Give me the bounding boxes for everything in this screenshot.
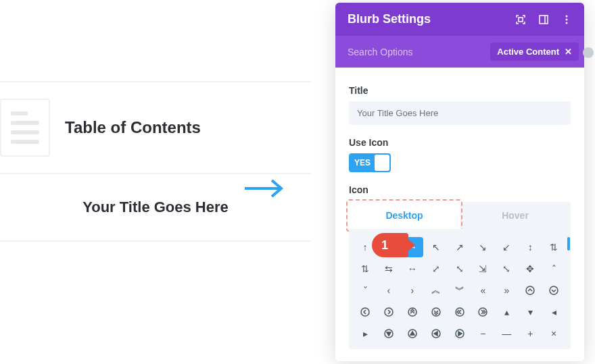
- use-icon-toggle[interactable]: YES: [349, 153, 391, 172]
- tutorial-callout: 1: [372, 233, 408, 257]
- icon-option-arrow-ne-thin[interactable]: ↖: [425, 237, 447, 257]
- svg-point-9: [361, 308, 369, 316]
- globe-icon[interactable]: [583, 47, 594, 58]
- icon-option-caret-up[interactable]: ˄: [543, 259, 565, 279]
- icon-option-plus[interactable]: +: [519, 323, 541, 344]
- icon-option-chev2-up[interactable]: ︽: [425, 280, 447, 301]
- icon-option-play-circ-down[interactable]: [378, 323, 400, 344]
- icon-option-swap-horiz[interactable]: ⇆: [378, 259, 400, 279]
- icon-option-move[interactable]: ✥: [519, 259, 541, 279]
- filter-chip-label: Active Content: [497, 47, 559, 57]
- icon-option-resize[interactable]: ↔: [402, 259, 423, 279]
- icon-option-arrow-sw[interactable]: ↙: [496, 237, 517, 257]
- icon-option-chevron-right[interactable]: ›: [402, 280, 423, 301]
- icon-option-expand-in[interactable]: ⇲: [472, 259, 494, 279]
- icon-option-circ2-down[interactable]: [425, 302, 447, 322]
- page-canvas: Table of Contents Your Title Goes Here: [0, 0, 338, 364]
- svg-marker-20: [434, 332, 437, 336]
- svg-point-4: [566, 15, 568, 17]
- icon-option-tri-right[interactable]: ▸: [354, 323, 376, 344]
- panel-body: Title Use Icon YES Icon Desktop Hover ↑→…: [335, 68, 584, 361]
- icon-option-circ-right[interactable]: [378, 302, 400, 322]
- svg-marker-18: [410, 332, 414, 335]
- panel-title: Blurb Settings: [348, 12, 431, 26]
- panel-header: Blurb Settings Active Content ✕: [335, 3, 584, 68]
- use-icon-label: Use Icon: [349, 137, 571, 148]
- icon-option-chevron-left[interactable]: ‹: [378, 280, 400, 301]
- toc-module[interactable]: Table of Contents: [0, 82, 311, 174]
- svg-marker-22: [458, 332, 462, 336]
- icon-option-play-circ-right[interactable]: [449, 323, 471, 344]
- toc-heading: Table of Contents: [65, 118, 201, 137]
- icon-option-tri-up[interactable]: ▴: [496, 302, 517, 322]
- toggle-knob: [375, 155, 389, 171]
- svg-point-8: [550, 286, 558, 294]
- icon-option-swap-vert[interactable]: ⇅: [543, 237, 565, 257]
- icon-option-circ2-up[interactable]: [402, 302, 423, 322]
- icon-option-circ2-left[interactable]: [449, 302, 471, 322]
- svg-point-7: [526, 286, 534, 294]
- icon-option-play-circ-up[interactable]: [402, 323, 423, 344]
- panel-actions: [515, 14, 572, 25]
- svg-point-6: [566, 22, 568, 24]
- toggle-label: YES: [350, 158, 371, 167]
- close-icon[interactable]: ✕: [565, 47, 572, 57]
- icon-option-caret-down[interactable]: ˅: [354, 280, 376, 301]
- icon-option-expand-ne[interactable]: ⤢: [425, 259, 447, 279]
- title-label: Title: [349, 85, 571, 96]
- icon-option-tri-left[interactable]: ◂: [543, 302, 565, 322]
- icon-option-line[interactable]: —: [496, 323, 517, 344]
- svg-marker-16: [387, 332, 391, 336]
- icon-option-expand-out[interactable]: ⤡: [449, 259, 471, 279]
- panel-search-row: Active Content ✕: [335, 36, 584, 68]
- callout-number: 1: [381, 238, 388, 253]
- icon-option-circ-left[interactable]: [354, 302, 376, 322]
- icon-option-close[interactable]: ×: [543, 323, 565, 344]
- icon-option-arrow-se[interactable]: ↘: [472, 237, 494, 257]
- icon-option-tri-down[interactable]: ▾: [519, 302, 541, 322]
- search-input[interactable]: [348, 47, 435, 57]
- svg-point-10: [385, 308, 393, 316]
- arrow-right-icon: [243, 177, 287, 203]
- tab-hover[interactable]: Hover: [460, 202, 571, 229]
- icon-picker: ↑→↖↗↘↙↕⇅⇅⇆↔⤢⤡⇲⤡✥˄˅‹›︽︾«»▴▾◂▸−—+× 1: [349, 229, 571, 349]
- icon-option-circ-up[interactable]: [519, 280, 541, 301]
- icon-option-circ-down[interactable]: [543, 280, 565, 301]
- filter-chip[interactable]: Active Content ✕: [490, 43, 579, 61]
- icon-option-chev2-down[interactable]: ︾: [449, 280, 471, 301]
- icon-option-minus[interactable]: −: [472, 323, 494, 344]
- settings-panel: Blurb Settings Active Content ✕ Title Us…: [335, 3, 584, 361]
- icon-option-chev2-right[interactable]: »: [496, 280, 517, 301]
- title-field[interactable]: [349, 101, 571, 125]
- tab-desktop[interactable]: Desktop: [349, 202, 460, 229]
- icon-option-chev2-left[interactable]: «: [472, 280, 494, 301]
- responsive-tabs: Desktop Hover: [349, 202, 571, 229]
- sidebar-icon[interactable]: [538, 14, 549, 25]
- icon-option-play-circ-left[interactable]: [425, 323, 447, 344]
- icon-option-expand-full[interactable]: ⤡: [496, 259, 517, 279]
- icon-label: Icon: [349, 184, 571, 195]
- icon-option-arrow-ne[interactable]: ↗: [449, 237, 471, 257]
- icon-option-arrow-updown[interactable]: ↕: [519, 237, 541, 257]
- more-icon[interactable]: [561, 14, 572, 25]
- scrollbar[interactable]: [567, 237, 570, 251]
- icon-option-circ2-right[interactable]: [472, 302, 494, 322]
- document-icon: [0, 99, 50, 157]
- svg-rect-1: [519, 18, 523, 22]
- expand-icon[interactable]: [515, 14, 526, 25]
- svg-point-5: [566, 18, 568, 20]
- icon-option-swap-vert[interactable]: ⇅: [354, 259, 376, 279]
- svg-rect-2: [540, 16, 548, 24]
